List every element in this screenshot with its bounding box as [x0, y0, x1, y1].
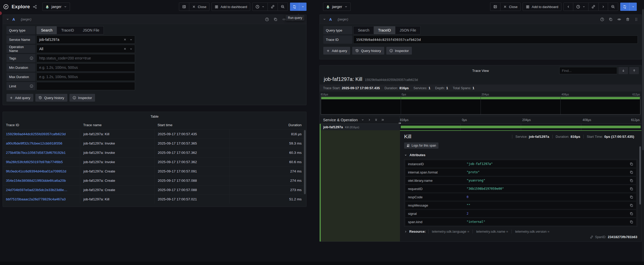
query-type-tab[interactable]: TraceID — [57, 26, 78, 34]
attributes-accordion-header[interactable]: Attributes — [404, 153, 637, 157]
add-to-dashboard-label: Add to dashboard — [221, 5, 247, 9]
run-query-button[interactable] — [620, 3, 637, 11]
remove-query-trash-icon[interactable] — [626, 17, 630, 21]
trace-id-link[interactable]: 9fa26fc53fcfd9250197b97bb774f8b5 — [3, 160, 80, 164]
copy-value-icon[interactable] — [630, 220, 633, 224]
column-header-duration[interactable]: Duration — [229, 123, 306, 127]
min-duration-input[interactable]: e.g. 1.2s, 100ms, 500us — [36, 63, 135, 72]
find-prev-button[interactable] — [629, 67, 639, 74]
drag-handle-icon[interactable] — [634, 17, 638, 21]
query-type-tab[interactable]: TraceID — [374, 26, 395, 34]
chevron-down-icon — [629, 3, 637, 11]
trace-id-link[interactable]: 354e154e38088d219f83dde6fca6a20b — [3, 179, 80, 183]
time-shift-forward-button[interactable] — [598, 3, 608, 11]
trace-id-link[interactable]: bbf751f3baaac2a26d778829c4a467a3 — [3, 197, 80, 201]
resource-accordion-header[interactable]: Resource: — [404, 230, 426, 233]
query-type-tab[interactable]: Search — [37, 26, 57, 34]
query-type-tab[interactable]: JSON File — [78, 26, 104, 34]
query-row-header[interactable]: A (jaeger) — [320, 15, 641, 24]
share-shortlink-button[interactable] — [588, 3, 598, 11]
chevron-down-icon[interactable] — [129, 47, 133, 51]
collapse-all-icon[interactable] — [374, 118, 378, 122]
collapse-chevron-icon[interactable] — [323, 18, 326, 21]
span-id-value: 23418273fb781b63 — [608, 235, 637, 239]
add-to-dashboard-button[interactable]: Add to dashboard — [212, 3, 250, 11]
explore-toolbar-right: jaeger Close Add to dashboard — [319, 0, 642, 13]
operation-name-select[interactable]: All — [36, 45, 135, 53]
trace-id-link[interactable]: a90cf6de9ff32c7fcbee12cbb918f356 — [3, 141, 80, 145]
zoom-out-time-button[interactable] — [278, 3, 288, 11]
time-shift-back-button[interactable] — [564, 3, 573, 11]
toolbar-actions-right: Close Add to dashboard — [490, 3, 637, 11]
copy-value-icon[interactable] — [630, 162, 633, 166]
chevron-down-icon[interactable] — [361, 118, 364, 122]
query-type-tab[interactable]: JSON File — [395, 26, 421, 34]
add-to-dashboard-button[interactable]: Add to dashboard — [523, 3, 561, 11]
find-input[interactable]: Find... — [559, 67, 617, 74]
copy-value-icon[interactable] — [630, 212, 633, 216]
help-icon[interactable] — [265, 17, 269, 21]
collapse-chevron-icon[interactable] — [6, 18, 9, 21]
limit-input[interactable] — [36, 82, 135, 90]
chevron-right-icon[interactable] — [368, 118, 371, 122]
service-name-select[interactable]: job-faf1297a — [36, 35, 135, 44]
query-datasource-hint: (jaeger) — [337, 18, 348, 21]
query-history-button[interactable]: Query history — [35, 94, 67, 102]
max-duration-input[interactable]: e.g. 1.2s, 100ms, 500us — [36, 73, 135, 81]
chevron-down-icon[interactable] — [129, 38, 133, 41]
copy-value-icon[interactable] — [630, 170, 633, 174]
query-type-tab[interactable]: Search — [354, 26, 374, 34]
split-pane-button[interactable] — [179, 3, 189, 11]
trace-id-link[interactable]: 24d704b597e0ad23b5dc2e33b23d8e… — [3, 188, 80, 192]
detail-scrollbar[interactable] — [639, 146, 641, 205]
close-pane-button[interactable]: Close — [500, 3, 520, 11]
split-pane-button[interactable] — [490, 3, 500, 11]
span-duration-bar[interactable] — [401, 126, 641, 128]
trace-id-input[interactable]: 15929b9ad44dc8255fd39357cafb623d — [353, 35, 638, 44]
inspector-button[interactable]: Inspector — [69, 94, 95, 102]
time-picker-button[interactable] — [253, 3, 268, 11]
expand-all-icon[interactable] — [381, 118, 384, 122]
duplicate-query-icon[interactable] — [609, 17, 613, 21]
query-type-tabs: SearchTraceIDJSON File — [353, 26, 421, 34]
trace-id-link[interactable]: 275b4f3b7bcc10567d5872bf679192b1 — [3, 151, 80, 155]
add-query-button[interactable]: Add query — [6, 94, 33, 102]
column-header-start-time[interactable]: Start time — [154, 123, 229, 127]
span-row[interactable]: job-faf1297a Kill (816µs) — [320, 124, 641, 130]
run-query-button[interactable] — [290, 3, 307, 11]
table-scrollbar[interactable] — [304, 130, 306, 194]
copy-value-icon[interactable] — [630, 195, 633, 199]
add-to-dashboard-label: Add to dashboard — [532, 5, 558, 9]
zoom-out-time-button[interactable] — [608, 3, 618, 11]
column-header-trace-id[interactable]: Trace ID — [3, 123, 80, 127]
span-row-timeline[interactable] — [400, 124, 641, 130]
help-icon[interactable] — [600, 17, 604, 21]
add-query-button[interactable]: Add query — [323, 47, 350, 55]
datasource-picker-right[interactable]: jaeger — [323, 3, 351, 11]
page-scrollbar-thumb[interactable] — [642, 9, 644, 150]
query-row-header[interactable]: A (jaeger) — [3, 15, 306, 24]
clear-icon[interactable] — [123, 47, 127, 50]
share-icon[interactable] — [33, 5, 37, 9]
copy-value-icon[interactable] — [630, 187, 633, 191]
logs-for-span-button[interactable]: Logs for this span — [404, 142, 438, 149]
disable-query-eye-icon[interactable] — [617, 17, 621, 21]
inspector-button[interactable]: Inspector — [386, 47, 412, 55]
datasource-picker-left[interactable]: jaeger — [42, 3, 70, 11]
find-next-button[interactable] — [618, 67, 628, 74]
span-link-icon[interactable] — [590, 235, 593, 239]
clear-icon[interactable] — [123, 38, 127, 41]
copy-value-icon[interactable] — [630, 203, 633, 207]
column-header-trace-name[interactable]: Trace name — [80, 123, 154, 127]
close-pane-button[interactable]: Close — [189, 3, 209, 11]
time-picker-button[interactable] — [573, 3, 588, 11]
tags-input[interactable]: http.status_code=200 error=true — [36, 54, 135, 62]
trace-id-link[interactable]: 9fc0edc41cc6d9394d44ba01a709952d — [3, 169, 80, 173]
duplicate-query-icon[interactable] — [273, 17, 278, 21]
trace-id-link[interactable]: 15929b9ad44dc8255fd39357cafb623d — [3, 132, 80, 136]
share-shortlink-button[interactable] — [268, 3, 278, 11]
span-row-label[interactable]: job-faf1297a Kill (816µs) — [320, 124, 400, 130]
copy-value-icon[interactable] — [630, 179, 633, 183]
minimap-canvas[interactable] — [321, 96, 640, 115]
query-history-button[interactable]: Query history — [352, 47, 384, 55]
